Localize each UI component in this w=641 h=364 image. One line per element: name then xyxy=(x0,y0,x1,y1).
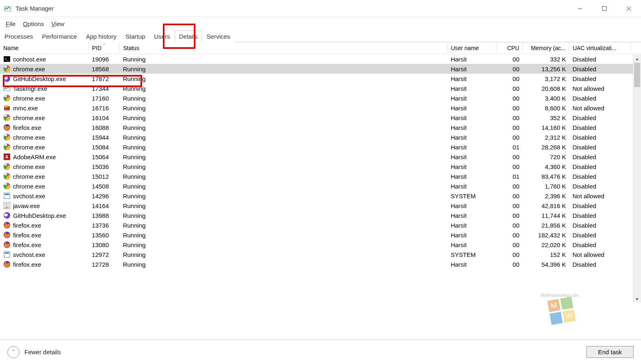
chrome-icon xyxy=(3,65,11,72)
process-memory: 4,360 K xyxy=(523,162,569,171)
table-row[interactable]: firefox.exe16088RunningHarsit0014,160 KD… xyxy=(0,123,641,132)
table-row[interactable]: Taskmgr.exe17344RunningHarsit0020,608 KN… xyxy=(0,83,641,93)
process-cpu: 00 xyxy=(496,240,522,250)
process-cpu: 01 xyxy=(496,142,522,152)
table-row[interactable]: chrome.exe15944RunningHarsit002,312 KDis… xyxy=(0,132,641,142)
service-icon xyxy=(3,192,11,200)
process-name: svchost.exe xyxy=(13,193,45,200)
process-pid: 15012 xyxy=(89,171,120,181)
table-row[interactable]: GitHubDesktop.exe17872RunningHarsit003,1… xyxy=(0,74,641,83)
menu-item-file[interactable]: File xyxy=(6,20,15,27)
tab-services[interactable]: Services xyxy=(202,31,235,42)
table-row[interactable]: firefox.exe13736RunningHarsit0021,856 KD… xyxy=(0,220,641,230)
process-status: Running xyxy=(120,230,448,240)
tab-details[interactable]: Details xyxy=(175,31,202,42)
process-status: Running xyxy=(120,240,448,250)
scroll-thumb[interactable] xyxy=(634,63,640,87)
table-row[interactable]: svchost.exe14296RunningSYSTEM002,396 KNo… xyxy=(0,191,641,201)
table-row[interactable]: chrome.exe16104RunningHarsit00352 KDisab… xyxy=(0,113,641,123)
adobe-icon: A xyxy=(3,153,11,160)
process-memory: 152 K xyxy=(523,250,569,259)
menu-item-options[interactable]: Options xyxy=(23,20,44,27)
table-row[interactable]: chrome.exe17160RunningHarsit003,400 KDis… xyxy=(0,93,641,103)
table-row[interactable]: javaw.exe14164RunningHarsit0042,816 KDis… xyxy=(0,201,641,211)
process-table: NamePID⌄StatusUser nameCPUMemory (ac...U… xyxy=(0,42,641,269)
column-header-status[interactable]: Status xyxy=(120,42,448,54)
process-name: firefox.exe xyxy=(13,222,41,229)
table-row[interactable]: svchost.exe12972RunningSYSTEM00152 KNot … xyxy=(0,250,641,259)
table-row[interactable]: GitHubDesktop.exe13988RunningHarsit0011,… xyxy=(0,211,641,220)
minimize-button[interactable] xyxy=(568,0,592,17)
process-uac: Disabled xyxy=(569,152,631,162)
close-button[interactable] xyxy=(617,0,641,17)
process-cpu: 00 xyxy=(496,93,522,103)
table-row[interactable]: >_conhost.exe19096RunningHarsit00332 KDi… xyxy=(0,54,641,64)
process-user: Harsit xyxy=(448,162,496,171)
scroll-down-arrow-icon[interactable]: ▼ xyxy=(633,295,641,303)
process-uac: Disabled xyxy=(569,142,631,152)
process-uac: Not allowed xyxy=(569,250,631,259)
process-memory: 14,160 K xyxy=(523,123,569,132)
maximize-button[interactable] xyxy=(592,0,617,17)
table-row[interactable]: AAdobeARM.exe15064RunningHarsit00720 KDi… xyxy=(0,152,641,162)
process-uac: Not allowed xyxy=(569,103,631,113)
process-user: Harsit xyxy=(448,83,496,93)
process-user: Harsit xyxy=(448,259,496,269)
process-uac: Disabled xyxy=(569,54,631,64)
process-memory: 2,312 K xyxy=(523,132,569,142)
table-row[interactable]: chrome.exe15012RunningHarsit0183,476 KDi… xyxy=(0,171,641,181)
process-uac: Disabled xyxy=(569,230,631,240)
table-row[interactable]: chrome.exe18568RunningHarsit0013,256 KDi… xyxy=(0,64,641,74)
firefox-icon xyxy=(3,124,11,131)
process-pid: 13080 xyxy=(89,240,120,250)
table-row[interactable]: chrome.exe14508RunningHarsit001,760 KDis… xyxy=(0,181,641,191)
table-row[interactable]: firefox.exe13080RunningHarsit0022,020 KD… xyxy=(0,240,641,250)
process-pid: 13988 xyxy=(89,211,120,220)
service-icon xyxy=(3,251,11,258)
scroll-up-arrow-icon[interactable]: ▲ xyxy=(633,55,641,63)
process-name: javaw.exe xyxy=(13,202,40,209)
process-status: Running xyxy=(120,162,448,171)
vertical-scrollbar[interactable]: ▲ ▼ xyxy=(633,55,641,303)
tab-processes[interactable]: Processes xyxy=(0,31,37,42)
process-status: Running xyxy=(120,171,448,181)
column-header-cpu[interactable]: CPU xyxy=(496,42,522,54)
fewer-details-toggle[interactable]: ˄ Fewer details xyxy=(7,346,61,358)
process-cpu: 01 xyxy=(496,171,522,181)
process-status: Running xyxy=(120,74,448,83)
tabbar: ProcessesPerformanceApp historyStartupUs… xyxy=(0,30,641,42)
process-uac: Disabled xyxy=(569,113,631,123)
end-task-button[interactable]: End task xyxy=(586,346,634,358)
column-header-uac[interactable]: UAC virtualizati... xyxy=(569,42,631,54)
column-header-mem[interactable]: Memory (ac... xyxy=(523,42,569,54)
tab-app-history[interactable]: App history xyxy=(81,31,121,42)
process-memory: 720 K xyxy=(523,152,569,162)
process-status: Running xyxy=(120,220,448,230)
column-header-name[interactable]: Name xyxy=(0,42,89,54)
tab-users[interactable]: Users xyxy=(149,31,174,42)
table-row[interactable]: chrome.exe15036RunningHarsit004,360 KDis… xyxy=(0,162,641,171)
table-header-row: NamePID⌄StatusUser nameCPUMemory (ac...U… xyxy=(0,42,641,54)
chrome-icon xyxy=(3,182,11,190)
process-uac: Disabled xyxy=(569,259,631,269)
process-name: chrome.exe xyxy=(13,173,45,180)
java-icon xyxy=(3,202,11,209)
process-user: Harsit xyxy=(448,230,496,240)
process-cpu: 00 xyxy=(496,132,522,142)
table-row[interactable]: chrome.exe15084RunningHarsit0128,268 KDi… xyxy=(0,142,641,152)
process-uac: Disabled xyxy=(569,132,631,142)
chrome-icon xyxy=(3,94,11,102)
table-row[interactable]: firefox.exe13560RunningHarsit00182,432 K… xyxy=(0,230,641,240)
process-status: Running xyxy=(120,83,448,93)
table-row[interactable]: firefox.exe12728RunningHarsit0054,396 KD… xyxy=(0,259,641,269)
tab-startup[interactable]: Startup xyxy=(121,31,149,42)
column-header-pid[interactable]: PID⌄ xyxy=(89,42,120,54)
menu-item-view[interactable]: View xyxy=(51,20,64,27)
column-header-user[interactable]: User name xyxy=(448,42,496,54)
process-uac: Not allowed xyxy=(569,83,631,93)
process-cpu: 00 xyxy=(496,191,522,201)
table-row[interactable]: mmc.exe16716RunningHarsit008,600 KNot al… xyxy=(0,103,641,113)
tab-performance[interactable]: Performance xyxy=(37,31,81,42)
process-cpu: 00 xyxy=(496,113,522,123)
window-title: Task Manager xyxy=(15,5,54,12)
